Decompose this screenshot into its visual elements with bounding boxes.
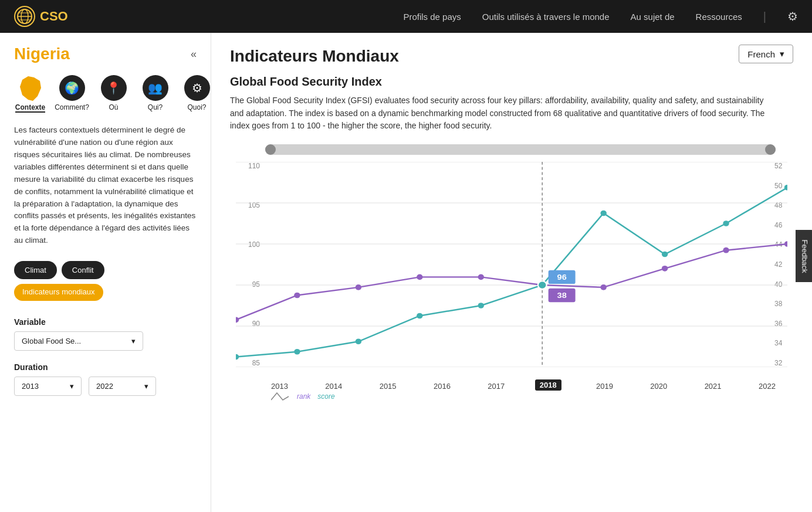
quoi-label: Quoi?: [187, 103, 206, 111]
logo-text: CSO: [40, 9, 68, 24]
svg-point-20: [662, 266, 668, 272]
rank-axis-label: rank: [297, 392, 310, 401]
country-title: Nigeria: [14, 45, 70, 63]
category-buttons: Climat Conflit Indicateurs mondiaux: [14, 261, 197, 301]
svg-point-28: [538, 281, 547, 289]
nav-outils[interactable]: Outils utilisés à travers le monde: [482, 12, 610, 22]
feedback-tab[interactable]: Feedback: [796, 230, 812, 282]
qui-label: Qui?: [148, 103, 163, 111]
main-nav: Profils de pays Outils utilisés à traver…: [403, 9, 798, 23]
indicateurs-button[interactable]: Indicateurs mondiaux: [14, 284, 103, 301]
context-description: Les facteurs contextuels déterminent le …: [14, 124, 197, 247]
duration-to-chevron: ▾: [144, 382, 148, 391]
nav-about[interactable]: Au sujet de: [631, 12, 675, 22]
language-selector[interactable]: French ▾: [739, 45, 793, 63]
nigeria-map-icon: [18, 75, 43, 101]
duration-from-value: 2013: [22, 382, 39, 391]
sidebar-item-quoi[interactable]: ⚙ Quoi?: [181, 75, 213, 111]
svg-point-19: [600, 284, 606, 290]
logo[interactable]: CSO: [14, 6, 68, 27]
nav-divider: |: [763, 10, 766, 23]
sidebar-item-comment[interactable]: 🌍 Comment?: [56, 75, 88, 111]
svg-text:38: 38: [557, 291, 567, 300]
ou-label: Où: [109, 103, 118, 111]
duration-section: Duration 2013 ▾ 2022 ▾: [14, 362, 197, 396]
location-icon: 📍: [101, 75, 127, 101]
year-marker: 2018: [535, 379, 561, 391]
logo-icon: [14, 6, 35, 27]
indicator-title: Global Food Security Index: [230, 75, 793, 89]
chart-container: 110 105 100 95 90 85 52 50 48 46 44 42 4…: [230, 144, 793, 402]
variable-value: Global Food Se...: [22, 337, 81, 345]
svg-point-26: [417, 313, 422, 319]
svg-point-21: [723, 247, 729, 253]
svg-point-23: [236, 354, 239, 360]
svg-point-25: [356, 338, 361, 344]
sidebar-header: Nigeria «: [14, 45, 197, 63]
variable-label: Variable: [14, 317, 197, 327]
header: CSO Profils de pays Outils utilisés à tr…: [0, 0, 812, 33]
sidebar-item-contexte[interactable]: Contexte: [14, 75, 46, 113]
climat-button[interactable]: Climat: [14, 261, 57, 279]
people-icon: 👥: [143, 75, 168, 101]
variable-section: Variable Global Food Se... ▾: [14, 317, 197, 351]
x-axis-labels: 2013 2014 2015 2016 2017 2018 2019 2020 …: [271, 382, 776, 391]
duration-from-select[interactable]: 2013 ▾: [14, 377, 82, 396]
svg-point-17: [478, 274, 484, 280]
axis-labels-bottom: rank score: [271, 391, 335, 402]
contexte-label: Contexte: [15, 103, 45, 113]
sidebar-item-qui[interactable]: 👥 Qui?: [139, 75, 171, 111]
duration-controls: 2013 ▾ 2022 ▾: [14, 377, 197, 396]
variable-select[interactable]: Global Food Se... ▾: [14, 331, 143, 351]
lang-value: French: [747, 49, 775, 59]
svg-point-15: [356, 284, 361, 290]
nav-profils[interactable]: Profils de pays: [403, 12, 461, 22]
nav-icons: Contexte 🌍 Comment? 📍 Où 👥 Qui? ⚙ Quoi?: [14, 75, 197, 113]
svg-point-30: [662, 252, 668, 257]
range-handle-right[interactable]: [765, 144, 776, 155]
svg-point-16: [417, 274, 422, 280]
score-axis-label: score: [317, 392, 334, 401]
svg-text:96: 96: [557, 273, 567, 282]
lang-chevron: ▾: [780, 49, 784, 59]
svg-point-22: [784, 241, 787, 247]
duration-to-value: 2022: [96, 382, 113, 391]
svg-marker-5: [20, 76, 41, 101]
range-handle-left[interactable]: [265, 144, 276, 155]
svg-point-31: [723, 221, 729, 226]
quoi-gear-icon: ⚙: [184, 75, 210, 101]
svg-point-29: [600, 211, 606, 216]
svg-point-14: [294, 293, 300, 299]
svg-point-13: [236, 317, 239, 323]
main-layout: Nigeria « Contexte 🌍 Comment? 📍 Où: [0, 33, 812, 512]
conflit-button[interactable]: Conflit: [62, 261, 104, 279]
comment-label: Comment?: [55, 103, 89, 111]
page-title: Indicateurs Mondiaux: [230, 47, 793, 66]
globe-icon: 🌍: [59, 75, 85, 101]
settings-icon[interactable]: ⚙: [787, 9, 798, 23]
nav-ressources[interactable]: Ressources: [696, 12, 742, 22]
duration-from-chevron: ▾: [70, 382, 74, 391]
range-slider[interactable]: [265, 144, 776, 155]
chart-svg-area: 96 38: [236, 162, 787, 367]
svg-point-27: [478, 303, 484, 308]
svg-point-24: [294, 349, 300, 355]
collapse-button[interactable]: «: [191, 48, 197, 60]
sidebar-item-ou[interactable]: 📍 Où: [97, 75, 130, 111]
sidebar: Nigeria « Contexte 🌍 Comment? 📍 Où: [0, 33, 211, 512]
duration-label: Duration: [14, 362, 197, 372]
duration-to-select[interactable]: 2022 ▾: [89, 377, 156, 396]
variable-chevron: ▾: [131, 337, 136, 345]
indicator-description: The Global Food Security Index (GFSI) ev…: [230, 94, 770, 133]
main-content: French ▾ Indicateurs Mondiaux Global Foo…: [211, 33, 812, 512]
